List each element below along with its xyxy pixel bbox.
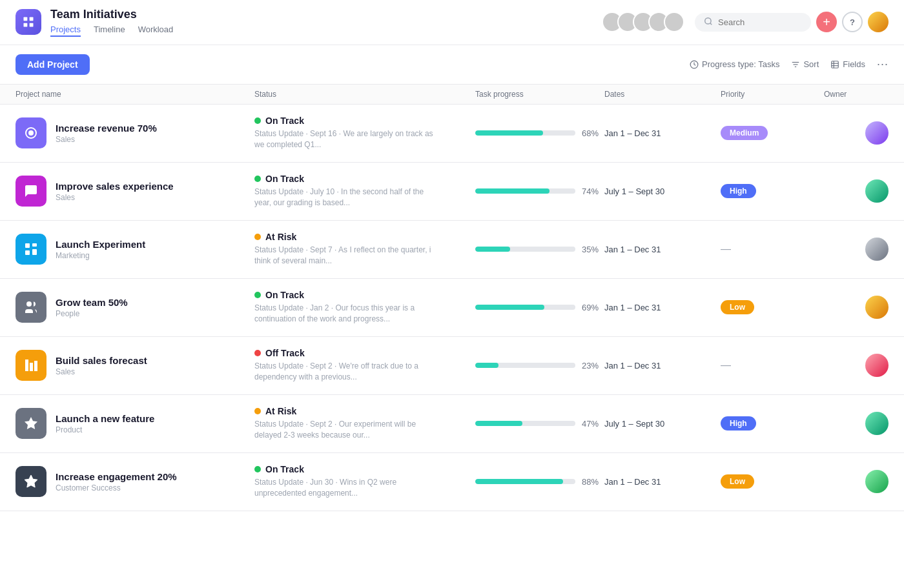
- user-avatar[interactable]: [868, 12, 889, 32]
- progress-col: 23%: [475, 361, 604, 370]
- progress-fill: [475, 188, 550, 194]
- table-row[interactable]: Launch Experiment Marketing At Risk Stat…: [0, 221, 904, 279]
- project-team: Sales: [56, 135, 157, 144]
- priority-col: —: [721, 243, 824, 255]
- status-col: Off Track Status Update · Sept 2 · We're…: [254, 348, 475, 383]
- table-header: Project name Status Task progress Dates …: [0, 85, 904, 105]
- app-title-block: Team Initiatives Projects Timeline Workl…: [50, 8, 173, 37]
- add-project-button[interactable]: Add Project: [15, 54, 90, 75]
- progress-pct: 47%: [582, 419, 604, 429]
- svg-rect-2: [24, 23, 28, 27]
- svg-rect-16: [25, 243, 30, 248]
- project-team: Product: [56, 425, 154, 434]
- owner-avatar: [865, 238, 889, 261]
- table-row[interactable]: Launch a new feature Product At Risk Sta…: [0, 395, 904, 453]
- table-row[interactable]: Build sales forecast Sales Off Track Sta…: [0, 337, 904, 395]
- header: Team Initiatives Projects Timeline Workl…: [0, 0, 904, 45]
- progress-bar: [475, 247, 575, 252]
- sort-label: Sort: [803, 59, 819, 69]
- app-logo: [15, 9, 41, 35]
- svg-rect-21: [25, 360, 28, 371]
- svg-rect-10: [832, 61, 839, 68]
- priority-none: —: [721, 243, 731, 254]
- status-col: On Track Status Update · July 10 · In th…: [254, 174, 475, 208]
- status-update: Status Update · Sept 2 · We're off track…: [254, 361, 435, 383]
- owner-col: [824, 179, 889, 203]
- dates-col: July 1 – Sept 30: [604, 187, 721, 196]
- nav-projects[interactable]: Projects: [50, 25, 81, 37]
- progress-pct: 23%: [582, 361, 604, 370]
- status-indicator: Off Track: [254, 348, 475, 358]
- project-name: Build sales forecast: [56, 355, 147, 366]
- status-text: On Track: [265, 290, 304, 300]
- progress-col: 35%: [475, 245, 604, 254]
- owner-avatar: [865, 412, 889, 435]
- dates-col: Jan 1 – Dec 31: [604, 477, 721, 487]
- help-button[interactable]: ?: [842, 12, 863, 32]
- svg-point-15: [28, 130, 34, 136]
- svg-point-4: [705, 18, 711, 24]
- svg-point-20: [26, 301, 32, 307]
- progress-fill: [475, 130, 543, 136]
- project-name: Increase revenue 70%: [56, 123, 157, 134]
- projects-list: Increase revenue 70% Sales On Track Stat…: [0, 105, 904, 511]
- priority-col: High: [721, 416, 824, 431]
- col-owner: Owner: [824, 90, 889, 99]
- table-row[interactable]: Improve sales experience Sales On Track …: [0, 163, 904, 221]
- status-update: Status Update · Sept 16 · We are largely…: [254, 128, 435, 150]
- table-row[interactable]: Increase revenue 70% Sales On Track Stat…: [0, 105, 904, 163]
- nav-workload[interactable]: Workload: [138, 25, 174, 37]
- sort-action[interactable]: Sort: [791, 59, 819, 69]
- project-name: Launch a new feature: [56, 413, 154, 424]
- status-dot: [254, 292, 261, 298]
- status-text: Off Track: [265, 348, 305, 358]
- status-col: On Track Status Update · Jun 30 · Wins i…: [254, 464, 475, 499]
- owner-col: [824, 296, 889, 319]
- progress-pct: 68%: [582, 128, 604, 138]
- project-icon: [15, 176, 46, 207]
- table-row[interactable]: Grow team 50% People On Track Status Upd…: [0, 279, 904, 337]
- status-dot: [254, 408, 261, 414]
- priority-badge: Medium: [721, 126, 768, 140]
- svg-rect-17: [32, 243, 37, 247]
- priority-col: —: [721, 360, 824, 371]
- project-icon: [15, 117, 46, 148]
- status-indicator: At Risk: [254, 406, 475, 416]
- status-col: On Track Status Update · Sept 16 · We ar…: [254, 116, 475, 150]
- progress-col: 69%: [475, 303, 604, 312]
- progress-fill: [475, 363, 498, 368]
- add-button[interactable]: +: [816, 12, 837, 32]
- owner-avatar: [865, 121, 889, 145]
- progress-col: 68%: [475, 128, 604, 138]
- fields-action[interactable]: Fields: [830, 59, 865, 69]
- status-col: At Risk Status Update · Sept 7 · As I re…: [254, 232, 475, 267]
- priority-badge: High: [721, 184, 756, 198]
- status-col: At Risk Status Update · Sept 2 · Our exp…: [254, 406, 475, 441]
- search-icon: [704, 17, 713, 28]
- nav-timeline[interactable]: Timeline: [94, 25, 125, 37]
- col-project-name: Project name: [15, 90, 254, 99]
- more-options-button[interactable]: ···: [877, 57, 889, 71]
- project-icon: [15, 292, 46, 323]
- project-info: Launch a new feature Product: [15, 408, 254, 439]
- priority-badge: Low: [721, 474, 754, 489]
- search-box[interactable]: [695, 13, 811, 32]
- project-icon: [15, 234, 46, 265]
- status-update: Status Update · Jan 2 · Our focus this y…: [254, 303, 435, 325]
- status-dot: [254, 176, 261, 182]
- project-team: Customer Success: [56, 483, 177, 492]
- search-input[interactable]: [718, 17, 802, 27]
- table-row[interactable]: Increase engagement 20% Customer Success…: [0, 453, 904, 511]
- progress-type-action[interactable]: Progress type: Tasks: [690, 59, 779, 69]
- app-title: Team Initiatives: [50, 8, 173, 22]
- project-info: Grow team 50% People: [15, 292, 254, 323]
- priority-none: —: [721, 360, 731, 370]
- progress-type-label: Progress type: Tasks: [702, 59, 779, 69]
- project-info: Increase revenue 70% Sales: [15, 117, 254, 148]
- status-update: Status Update · Sept 2 · Our experiment …: [254, 419, 435, 441]
- svg-line-5: [710, 23, 712, 25]
- progress-bar: [475, 188, 575, 194]
- status-text: On Track: [265, 174, 304, 184]
- owner-avatar: [865, 179, 889, 203]
- svg-rect-18: [25, 250, 30, 255]
